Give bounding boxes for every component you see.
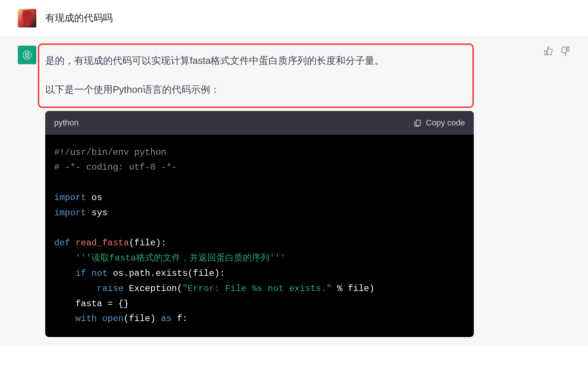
openai-logo-icon	[21, 49, 33, 61]
code-token: import	[54, 193, 86, 203]
copy-code-label: Copy code	[426, 116, 465, 129]
code-token: sys	[92, 208, 108, 218]
code-token: "Error: File %s not exists."	[182, 284, 332, 294]
assistant-avatar	[18, 46, 36, 64]
code-token: os	[92, 193, 102, 203]
code-token: fasta = {}	[76, 299, 129, 309]
code-language-label: python	[54, 116, 79, 129]
code-token: (file)	[123, 314, 161, 324]
code-header: python Copy code	[45, 111, 474, 134]
user-avatar	[18, 9, 36, 27]
assistant-message-row: 是的，有现成的代码可以实现计算fasta格式文件中蛋白质序列的长度和分子量。 以…	[0, 37, 588, 346]
code-token: os.path.exists(file):	[113, 268, 225, 278]
clipboard-icon	[413, 119, 422, 127]
code-token: f:	[172, 314, 188, 324]
code-block: python Copy code #!/usr/bin/env python #…	[45, 111, 474, 337]
code-token: if	[76, 268, 86, 278]
svg-rect-0	[416, 120, 420, 126]
code-token: as	[161, 314, 172, 324]
feedback-controls	[544, 46, 570, 56]
code-line-coding: # -*- coding: utf-8 -*-	[54, 162, 177, 172]
code-token: with	[76, 314, 97, 324]
code-token: def	[54, 238, 70, 248]
code-token: read_fasta	[76, 238, 129, 248]
code-token: not	[92, 268, 108, 278]
thumbs-down-icon	[560, 46, 570, 56]
code-token: '''读取fasta格式的文件，并返回蛋白质的序列'''	[76, 253, 285, 263]
user-message-row: 有现成的代码吗	[0, 0, 588, 37]
assistant-message-content: 是的，有现成的代码可以实现计算fasta格式文件中蛋白质序列的长度和分子量。 以…	[45, 46, 570, 337]
code-body[interactable]: #!/usr/bin/env python # -*- coding: utf-…	[45, 135, 474, 337]
code-token: open	[102, 314, 124, 324]
user-message-text: 有现成的代码吗	[45, 10, 570, 26]
code-token: (file):	[129, 238, 166, 248]
user-message-content: 有现成的代码吗	[45, 9, 570, 27]
thumbs-down-button[interactable]	[560, 46, 570, 56]
assistant-paragraph-2: 以下是一个使用Python语言的代码示例：	[45, 81, 466, 98]
code-line-shebang: #!/usr/bin/env python	[54, 147, 166, 157]
thumbs-up-icon	[544, 46, 554, 56]
assistant-paragraph-1: 是的，有现成的代码可以实现计算fasta格式文件中蛋白质序列的长度和分子量。	[45, 52, 466, 69]
highlight-annotation: 是的，有现成的代码可以实现计算fasta格式文件中蛋白质序列的长度和分子量。 以…	[38, 43, 474, 108]
code-token: raise	[97, 284, 123, 294]
code-token: % file)	[332, 284, 374, 294]
code-token: import	[54, 208, 86, 218]
code-token: Exception(	[129, 284, 182, 294]
copy-code-button[interactable]: Copy code	[413, 116, 465, 129]
thumbs-up-button[interactable]	[544, 46, 554, 56]
